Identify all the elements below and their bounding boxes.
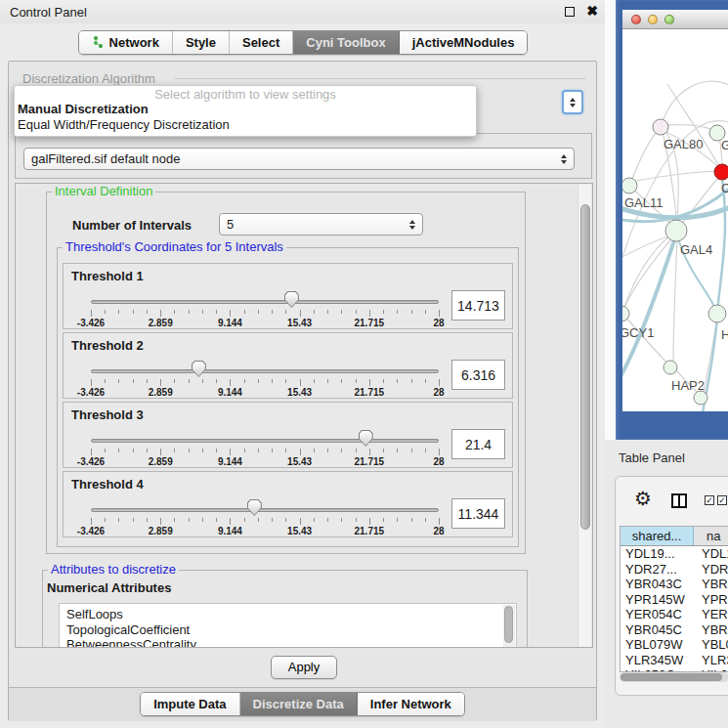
network-node-hap2[interactable] [664, 361, 677, 374]
float-window-icon[interactable] [565, 7, 575, 17]
network-node-gal11[interactable] [622, 178, 637, 193]
slider-track[interactable] [91, 508, 439, 512]
slider-tick [356, 449, 357, 452]
attributes-list-scrollbar-thumb[interactable] [504, 606, 513, 643]
panel-vertical-scrollbar[interactable] [578, 185, 591, 647]
cell-shared-name[interactable]: YDL19... [621, 546, 694, 562]
column-header-shared-name[interactable]: shared... [621, 527, 694, 545]
slider-tick [216, 518, 217, 522]
number-of-intervals-combobox[interactable]: 5 [219, 213, 423, 236]
bottom-tab-impute-data[interactable]: Impute Data [141, 693, 239, 715]
slider-tick [272, 449, 273, 452]
algorithm-option-equal-width[interactable]: Equal Width/Frequency Discretization [15, 117, 476, 133]
threshold-value-field[interactable]: 14.713 [451, 290, 505, 321]
table-data-group: Table Data galFiltered.sif default node [15, 133, 592, 179]
number-of-intervals-value: 5 [227, 217, 234, 232]
table-row[interactable]: YER054CYER0 [621, 607, 728, 622]
panel-vertical-scrollbar-thumb[interactable] [580, 204, 590, 530]
slider-track[interactable] [91, 300, 439, 304]
bottom-tab-discretize-data[interactable]: Discretize Data [240, 693, 358, 715]
attribute-list-item[interactable]: SelfLoops [66, 607, 516, 622]
close-icon[interactable]: ✖ [586, 3, 598, 19]
algorithm-option-manual[interactable]: Manual Discretization [15, 102, 476, 117]
tab-jactivemnodules[interactable]: jActiveMNodules [400, 31, 528, 54]
slider-thumb[interactable] [359, 430, 373, 447]
network-graph[interactable]: GAL80GACGAL11GAL4GCY1HHAP2 [622, 29, 728, 411]
slider-tick [174, 310, 175, 314]
minimize-traffic-light-icon[interactable] [648, 15, 658, 24]
columns-icon[interactable] [671, 493, 687, 508]
network-node-gal80[interactable] [653, 119, 668, 135]
bottom-tab-group: Impute DataDiscretize DataInfer Network [140, 692, 465, 716]
cell-shared-name[interactable]: YBL079W [621, 637, 694, 653]
cell-name[interactable]: YDR2 [694, 562, 728, 578]
attributes-list-scrollbar[interactable] [503, 605, 515, 648]
cell-name[interactable]: YER0 [694, 607, 728, 622]
cell-shared-name[interactable]: YBR043C [621, 577, 694, 592]
bottom-tab-infer-network[interactable]: Infer Network [358, 693, 464, 715]
threshold-coordinates-group: Threshold's Coordinates for 5 Intervals … [57, 247, 519, 547]
cell-shared-name[interactable]: YDR27... [621, 562, 694, 578]
network-node-c[interactable] [714, 164, 728, 180]
apply-button[interactable]: Apply [271, 656, 337, 679]
slider-thumb[interactable] [284, 291, 299, 308]
attribute-list-item[interactable]: TopologicalCoefficient [66, 622, 516, 638]
cell-shared-name[interactable]: YBR045C [621, 622, 694, 638]
tab-select[interactable]: Select [230, 31, 293, 54]
slider-thumb[interactable] [192, 361, 206, 377]
close-traffic-light-icon[interactable] [631, 15, 641, 24]
column-header-name[interactable]: na [694, 527, 728, 545]
table-row[interactable]: YBL079WYBL0 [621, 637, 728, 653]
tab-style[interactable]: Style [173, 31, 230, 54]
network-node[interactable] [694, 391, 707, 405]
threshold-label: Threshold 4 [71, 477, 144, 492]
tab-cyni-toolbox[interactable]: Cyni Toolbox [293, 31, 399, 54]
select-columns-icon[interactable]: ✓ ✓ [705, 495, 727, 505]
table-row[interactable]: YPR145WYPR1 [621, 592, 728, 608]
slider-tick [285, 449, 286, 452]
slider-tick-label: 28 [433, 318, 444, 328]
slider-tick [341, 379, 342, 383]
slider-tick [285, 310, 286, 314]
cell-name[interactable]: YBL0 [694, 637, 728, 653]
network-canvas[interactable]: GAL80GACGAL11GAL4GCY1HHAP2 [622, 29, 728, 411]
cell-name[interactable]: YLR3 [694, 653, 728, 668]
network-window-titlebar[interactable] [622, 10, 728, 29]
tab-network[interactable]: Network [79, 31, 173, 54]
table-horizontal-scrollbar[interactable] [620, 672, 728, 682]
cell-name[interactable]: YPR1 [694, 592, 728, 608]
gear-icon[interactable]: ⚙ [634, 489, 652, 508]
table-horizontal-scrollbar-thumb[interactable] [621, 673, 722, 681]
table-row[interactable]: YBR045CYBR0 [621, 622, 728, 638]
slider-track[interactable] [91, 439, 439, 443]
slider-track[interactable] [91, 369, 439, 373]
threshold-value-field[interactable]: 11.344 [451, 498, 505, 529]
zoom-traffic-light-icon[interactable] [664, 15, 674, 24]
cell-shared-name[interactable]: YLR345W [621, 653, 694, 668]
table-row[interactable]: YLR345WYLR3 [621, 653, 728, 668]
slider-tick [397, 379, 398, 383]
cell-name[interactable]: YBR0 [694, 577, 728, 592]
network-node-gal4[interactable] [665, 220, 687, 241]
cell-shared-name[interactable]: YER054C [621, 607, 694, 622]
slider-tick [397, 310, 398, 314]
cell-name[interactable]: YDL1 [694, 546, 728, 562]
table-row[interactable]: YDR27...YDR2 [621, 562, 728, 578]
table-row[interactable]: YDL19...YDL1 [621, 546, 728, 562]
slider-tick-label: 21.715 [355, 456, 385, 467]
algorithm-combobox-fragment[interactable] [562, 90, 583, 114]
threshold-value-field[interactable]: 6.316 [451, 360, 505, 390]
table-data-combobox[interactable]: galFiltered.sif default node [23, 148, 575, 170]
threshold-rows: Threshold 1-3.4262.8599.14415.4321.71528… [63, 263, 513, 540]
numerical-attributes-list[interactable]: SelfLoopsTopologicalCoefficientBetweenne… [59, 603, 517, 648]
threshold-value-field[interactable]: 21.4 [451, 429, 505, 459]
table-row[interactable]: YBR043CYBR0 [621, 577, 728, 592]
slider-thumb[interactable] [247, 499, 262, 516]
cell-shared-name[interactable]: YPR145W [621, 592, 694, 608]
slider-tick [105, 310, 106, 314]
cell-name[interactable]: YBR0 [694, 622, 728, 638]
node-attribute-table[interactable]: shared... na YDL19...YDL1YDR27...YDR2YBR… [620, 526, 728, 672]
attribute-list-item[interactable]: BetweennessCentrality [66, 637, 516, 648]
network-node-h[interactable] [708, 305, 726, 322]
checkbox-icon: ✓ [705, 495, 714, 505]
